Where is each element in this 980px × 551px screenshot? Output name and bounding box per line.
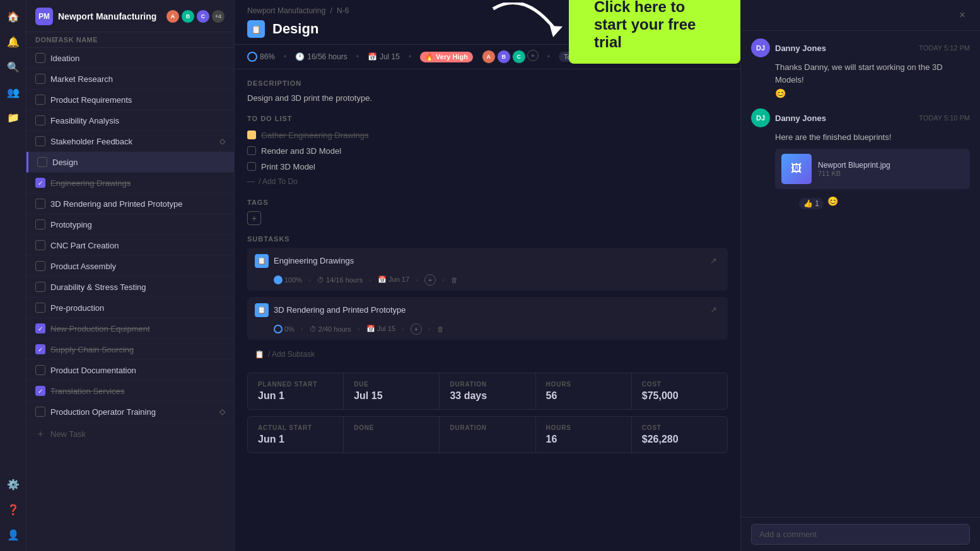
task-checkbox[interactable] — [35, 344, 45, 354]
calendar-icon: 📅 — [368, 52, 377, 61]
cta-banner[interactable]: Click here to start your free trial — [487, 0, 740, 64]
task-item[interactable]: Engineering Drawings — [26, 173, 234, 194]
task-item[interactable]: Ideation — [26, 48, 234, 69]
task-checkbox[interactable] — [35, 115, 45, 125]
task-checkbox[interactable] — [35, 261, 45, 271]
todo-item[interactable]: Print 3D Model — [247, 159, 728, 175]
todo-checkbox[interactable] — [247, 130, 256, 139]
task-checkbox[interactable] — [35, 95, 45, 105]
task-name: Engineering Drawings — [50, 178, 225, 188]
search-icon[interactable]: 🔍 — [3, 57, 23, 77]
due-cell: DUE Jul 15 — [344, 373, 439, 409]
comment-block: DJ Danny Jones TODAY 5:12 PM Thanks Dann… — [751, 38, 970, 98]
stats-actual-grid: ACTUAL START Jun 1 DONE DURATION HOURS 1… — [247, 416, 728, 453]
home-icon[interactable]: 🏠 — [3, 6, 23, 26]
done-col-header: DONE — [35, 36, 54, 44]
comment-reactions: 👍 1 😊 — [775, 193, 970, 209]
subtask-due: 📅 Jun 17 — [378, 276, 409, 284]
attachment-block[interactable]: 🖼 Newport Blueprint.jpg 711 KB — [775, 149, 970, 189]
comment-input-row — [741, 517, 980, 551]
task-item[interactable]: Stakeholder Feedback◇ — [26, 131, 234, 152]
task-checkbox[interactable] — [35, 199, 45, 209]
cta-button[interactable]: Click here to start your free trial — [569, 0, 740, 64]
add-subtask-row[interactable]: 📋 / Add Subtask — [247, 346, 728, 362]
todo-item[interactable]: Gather Engineering Drawings — [247, 127, 728, 143]
task-checkbox[interactable] — [35, 303, 45, 313]
svg-marker-0 — [550, 26, 563, 37]
subtask-type-icon: 📋 — [255, 303, 269, 317]
task-checkbox[interactable] — [35, 407, 45, 417]
actual-cost-cell: COST $26,280 — [632, 417, 727, 453]
task-item[interactable]: New Production Equipment — [26, 318, 234, 339]
add-todo-icon: — — [247, 177, 255, 186]
todo-text: Print 3D Model — [261, 162, 315, 171]
task-name: CNC Part Creation — [50, 241, 225, 250]
add-tag-button[interactable]: + — [247, 211, 261, 225]
task-item[interactable]: Market Research — [26, 69, 234, 90]
progress-circle-icon — [247, 52, 257, 62]
task-checkbox[interactable] — [35, 53, 45, 63]
task-item[interactable]: Durability & Stress Testing — [26, 277, 234, 298]
comment-input[interactable] — [751, 524, 970, 545]
todo-item[interactable]: Render and 3D Model — [247, 143, 728, 159]
task-item[interactable]: Design — [26, 152, 234, 173]
task-item[interactable]: 3D Rendering and Printed Prototype — [26, 194, 234, 214]
subtask-open-button[interactable]: ↗ — [706, 254, 720, 268]
todo-checkbox[interactable] — [247, 146, 256, 155]
task-item[interactable]: Product Documentation — [26, 360, 234, 381]
bell-icon[interactable]: 🔔 — [3, 32, 23, 52]
emoji-reaction[interactable]: 👍 1 — [799, 198, 824, 209]
task-item[interactable]: Production Operator Training◇ — [26, 402, 234, 422]
task-checkbox[interactable] — [35, 219, 45, 229]
task-checkbox[interactable] — [35, 74, 45, 84]
task-checkbox[interactable] — [35, 386, 45, 396]
task-checkbox[interactable] — [35, 240, 45, 250]
emoji-add-button[interactable]: 😊 — [775, 88, 786, 98]
subtask-add-member[interactable]: + — [424, 274, 436, 286]
meta-progress-pct: 86% — [260, 52, 275, 61]
panel-close-button[interactable]: × — [955, 8, 970, 23]
task-checkbox[interactable] — [35, 282, 45, 292]
subtask-delete[interactable]: 🗑 — [451, 276, 458, 284]
duration-val: 33 days — [450, 390, 525, 402]
actual-done-label: DONE — [354, 424, 429, 431]
subtask-delete[interactable]: 🗑 — [437, 325, 444, 333]
subtask-open-button[interactable]: ↗ — [706, 303, 720, 317]
task-item[interactable]: CNC Part Creation — [26, 235, 234, 256]
help-icon[interactable]: ❓ — [3, 499, 23, 519]
task-checkbox[interactable] — [35, 365, 45, 375]
subtask-icon: 📋 — [255, 350, 264, 359]
attachment-thumbnail: 🖼 — [781, 154, 812, 184]
task-checkbox[interactable] — [35, 323, 45, 334]
comment-meta: DJ Danny Jones — [751, 38, 826, 57]
task-checkbox[interactable] — [35, 136, 45, 146]
users-icon[interactable]: 👥 — [3, 82, 23, 102]
task-item[interactable]: Product Assembly — [26, 256, 234, 277]
breadcrumb-project[interactable]: Newport Manufacturing — [247, 6, 325, 15]
task-item[interactable]: Feasibility Analysis — [26, 110, 234, 131]
task-item[interactable]: Product Requirements — [26, 90, 234, 110]
task-item[interactable]: Supply Chain Sourcing — [26, 339, 234, 360]
add-todo-row[interactable]: — / Add To Do — [247, 175, 728, 188]
comment-time: TODAY 5:12 PM — [919, 44, 970, 52]
actual-done-cell: DONE — [344, 417, 439, 453]
subtask-name: 3D Rendering and Printed Prototype — [274, 305, 701, 315]
task-item[interactable]: Prototyping — [26, 214, 234, 235]
settings-icon[interactable]: ⚙️ — [3, 474, 23, 494]
task-item[interactable]: Pre-production — [26, 298, 234, 318]
add-task-icon: ＋ — [35, 427, 45, 441]
actual-start-val: Jun 1 — [258, 434, 333, 445]
book-icon[interactable]: 📁 — [3, 107, 23, 127]
todo-checkbox[interactable] — [247, 162, 256, 171]
emoji-add-button[interactable]: 😊 — [827, 196, 838, 206]
breadcrumb-id[interactable]: N-6 — [337, 6, 349, 15]
task-checkbox[interactable] — [37, 157, 47, 167]
subtask-add-member[interactable]: + — [411, 323, 422, 335]
subtask-item: 📋 Engineering Drawings ↗ 100% • ⏱ 14/16 … — [247, 248, 728, 291]
task-type-icon: 📋 — [247, 20, 265, 38]
task-checkbox[interactable] — [35, 178, 45, 188]
task-main-title: Design — [272, 21, 318, 37]
user-profile-icon[interactable]: 👤 — [3, 525, 23, 545]
task-item[interactable]: Translation Services — [26, 381, 234, 402]
add-task-row[interactable]: ＋ New Task — [26, 422, 234, 446]
